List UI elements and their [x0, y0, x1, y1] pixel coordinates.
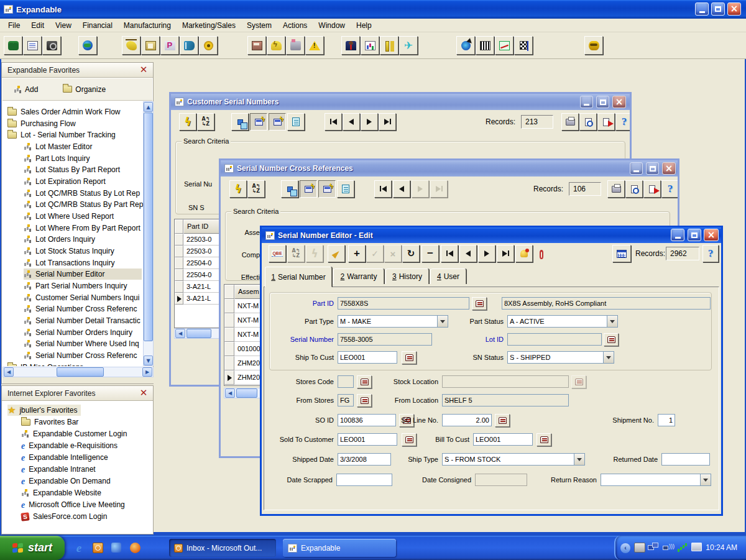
scroll-right-button[interactable]: ▶	[142, 367, 152, 377]
row-selector[interactable]	[175, 234, 183, 246]
ledger-button[interactable]	[180, 36, 198, 55]
ie-item-website[interactable]: Expandable Website	[21, 487, 101, 498]
tray-network-icon[interactable]	[648, 543, 659, 553]
hscroll-thumb[interactable]	[236, 388, 257, 398]
first-record-button[interactable]	[325, 113, 342, 131]
find-button[interactable]	[4, 36, 22, 55]
tree-item-customer-serial-numbers[interactable]: Customer Serial Numbers Inqui	[24, 292, 139, 303]
row-selector[interactable]	[224, 313, 234, 328]
menu-system[interactable]: System	[241, 19, 277, 32]
dropdown-button[interactable]	[574, 454, 584, 465]
personnel-button[interactable]	[341, 36, 360, 55]
tree-item-part-lots-inquiry[interactable]: Part Lots Inquiry	[24, 153, 90, 164]
bill-to-cust-field[interactable]	[473, 433, 533, 446]
sort-button[interactable]: A↰↳Z	[197, 113, 214, 131]
menu-financial[interactable]: Financial	[77, 19, 118, 32]
scroll-left-button[interactable]: ◀	[175, 329, 185, 338]
sort-button[interactable]: A↰↳Z	[247, 180, 265, 198]
scroll-left-button[interactable]: ◀	[225, 388, 235, 398]
tray-signal-icon[interactable]	[678, 543, 689, 553]
stores-code-field[interactable]	[338, 375, 354, 388]
notepad-button[interactable]	[287, 113, 305, 131]
tree-item-lot-transactions[interactable]: Lot Transactions Inquiry	[24, 257, 114, 269]
sold-to-customer-field[interactable]	[338, 433, 397, 446]
bill-to-cust-lookup-button[interactable]	[536, 433, 551, 446]
calculator-button[interactable]	[612, 245, 631, 262]
dropdown-button[interactable]	[603, 352, 614, 363]
tree-item-sn-detail-transactions[interactable]: Serial Number Detail Transactic	[24, 315, 140, 326]
favorites-vscrollbar[interactable]: ▲ ▼	[143, 101, 154, 366]
grid-view-button[interactable]	[269, 113, 286, 131]
tray-sync-icon[interactable]	[634, 543, 645, 553]
ie-item-e-requisitions[interactable]: eExpandable e-Requisitions	[21, 440, 117, 451]
shipment-no-field[interactable]	[658, 414, 675, 426]
titlebar[interactable]: Serial Number Cross References	[221, 160, 678, 177]
express-button[interactable]	[122, 36, 140, 55]
snapshot-button[interactable]	[42, 36, 61, 55]
part-id-lookup-button[interactable]	[472, 297, 487, 310]
ship-to-cust-field[interactable]	[338, 351, 397, 364]
lot-id-field[interactable]	[507, 333, 602, 346]
world-export-button[interactable]	[456, 36, 475, 55]
tab-history[interactable]: 3History	[385, 269, 429, 284]
scroll-left-button[interactable]: ◀	[4, 367, 14, 377]
prev-record-button[interactable]	[343, 113, 360, 131]
ship-type-dropdown[interactable]: S - FROM STOCK	[442, 453, 585, 466]
row-selector[interactable]	[224, 299, 234, 313]
maximize-button[interactable]	[596, 96, 609, 108]
quicklaunch-firefox-icon[interactable]	[128, 541, 142, 554]
close-button[interactable]: ×	[662, 162, 676, 175]
print-preview-button[interactable]	[625, 180, 643, 198]
alerts-button[interactable]	[305, 36, 324, 55]
close-panel-icon[interactable]: ✕	[138, 388, 149, 399]
export-button[interactable]	[597, 113, 615, 131]
scroll-down-button[interactable]: ▼	[144, 356, 153, 365]
quicklaunch-ie-icon[interactable]: e	[72, 541, 86, 554]
print-preview-button[interactable]	[579, 113, 597, 131]
favorites-hscrollbar[interactable]: ◀ ▶	[2, 367, 154, 377]
tree-item-lot-qcmrb-by-part[interactable]: Lot QC/MRB Status By Part Rep	[24, 199, 143, 210]
part-id-field[interactable]	[338, 297, 469, 310]
hide-icons-chevron[interactable]: ‹	[620, 543, 630, 553]
ie-item-on-demand[interactable]: eExpandable On Demand	[21, 475, 111, 487]
tray-display-icon[interactable]	[691, 543, 702, 551]
tree-item-lot-orders-inquiry[interactable]: Lot Orders Inquiry	[24, 234, 95, 245]
travel-button[interactable]: ✈	[399, 36, 418, 55]
so-line-no-field[interactable]	[442, 414, 492, 426]
ie-item-live-meeting[interactable]: eMicrosoft Office Live Meeting	[21, 499, 125, 510]
web-button[interactable]	[78, 36, 97, 55]
sn-status-dropdown[interactable]: S - SHIPPED	[507, 351, 614, 364]
row-selector[interactable]	[224, 328, 234, 342]
ie-item-favorites-bar[interactable]: Favorites Bar	[21, 416, 78, 428]
first-record-button[interactable]	[441, 245, 458, 262]
row-selector[interactable]	[175, 281, 183, 293]
last-record-button[interactable]	[497, 245, 514, 262]
grid-view-button[interactable]	[318, 180, 336, 198]
purchasing-button[interactable]	[160, 36, 179, 55]
edit-record-button[interactable]	[328, 245, 345, 262]
ie-item-intranet[interactable]: eExpandable Intranet	[21, 464, 96, 475]
tree-item-part-serial-numbers[interactable]: Part Serial Numbers Inquiry	[24, 280, 127, 291]
menu-help[interactable]: Help	[351, 19, 377, 32]
minimize-button[interactable]	[630, 162, 643, 175]
copy-to-button[interactable]	[281, 180, 298, 198]
execute-search-button[interactable]: ϟ	[179, 113, 196, 131]
scroll-up-button[interactable]: ▲	[144, 102, 153, 112]
tree-folder-ib-misc[interactable]: IB Misc Operations	[7, 362, 83, 366]
quicklaunch-messenger-icon[interactable]	[109, 541, 123, 554]
tree-folder-purchasing[interactable]: Purchasing Flow	[7, 118, 76, 129]
quick-entry-button[interactable]	[267, 36, 285, 55]
ie-item-customer-login[interactable]: Expandable Customer Login	[21, 428, 127, 439]
row-selector[interactable]	[224, 342, 234, 356]
last-record-button[interactable]	[379, 113, 396, 131]
add-record-button[interactable]: +	[348, 245, 366, 262]
ship-to-cust-lookup-button[interactable]	[402, 351, 417, 364]
titlebar[interactable]: Customer Serial Numbers	[171, 94, 630, 110]
menu-view[interactable]: View	[50, 19, 77, 32]
add-favorite-button[interactable]: Add	[10, 83, 42, 96]
tree-item-lot-status-by-part[interactable]: Lot Status By Part Report	[24, 164, 120, 175]
start-button[interactable]: start	[0, 536, 65, 560]
close-button[interactable]: ×	[704, 229, 719, 241]
auto-query-button[interactable]	[250, 113, 267, 131]
copy-to-button[interactable]	[231, 113, 249, 131]
